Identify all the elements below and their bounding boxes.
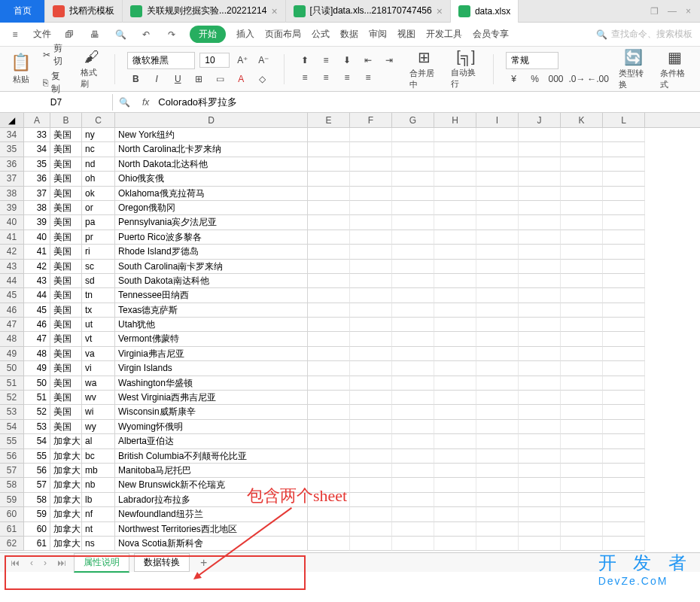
- cell[interactable]: 40: [24, 230, 50, 245]
- row-header[interactable]: 40: [0, 215, 24, 230]
- cell[interactable]: [350, 157, 392, 172]
- cell[interactable]: [434, 420, 476, 434]
- cell[interactable]: [476, 537, 519, 551]
- cell[interactable]: [350, 507, 392, 521]
- cell[interactable]: [603, 449, 645, 464]
- cell[interactable]: 61: [24, 537, 50, 551]
- cell[interactable]: 45: [24, 303, 50, 318]
- bold-button[interactable]: B: [127, 71, 144, 87]
- italic-button[interactable]: I: [148, 71, 165, 87]
- row-header[interactable]: 50: [0, 361, 24, 375]
- cell[interactable]: British Columbia不列颠哥伦比亚: [115, 449, 308, 464]
- font-select[interactable]: 微软雅黑: [127, 52, 195, 69]
- cell[interactable]: [392, 201, 434, 215]
- cell[interactable]: 56: [24, 464, 50, 478]
- cell[interactable]: [350, 245, 392, 259]
- cell[interactable]: [392, 507, 434, 521]
- cell[interactable]: [476, 288, 519, 303]
- cell[interactable]: [519, 493, 561, 507]
- cell[interactable]: [603, 142, 645, 157]
- cell[interactable]: [434, 347, 476, 361]
- cell[interactable]: 美国: [50, 157, 82, 172]
- row-header[interactable]: 55: [0, 434, 24, 448]
- fx-icon[interactable]: fx: [136, 97, 155, 108]
- cell[interactable]: [561, 405, 603, 419]
- cell[interactable]: [308, 405, 350, 419]
- cell[interactable]: [519, 303, 561, 318]
- cell[interactable]: [603, 376, 645, 391]
- cell[interactable]: 52: [24, 405, 50, 419]
- row-header[interactable]: 45: [0, 288, 24, 303]
- cell[interactable]: [561, 376, 603, 391]
- sheet-last-icon[interactable]: ⏭: [54, 558, 69, 568]
- cell[interactable]: Nova Scotia新斯科舍: [115, 537, 308, 551]
- cell[interactable]: [350, 347, 392, 361]
- row-header[interactable]: 62: [0, 537, 24, 551]
- percent-icon[interactable]: %: [527, 71, 543, 87]
- cell[interactable]: 美国: [50, 405, 82, 419]
- cell[interactable]: [519, 201, 561, 215]
- cell[interactable]: South Carolina南卡罗来纳: [115, 260, 308, 274]
- cell[interactable]: [434, 201, 476, 215]
- cell[interactable]: [308, 347, 350, 361]
- cell[interactable]: [392, 215, 434, 230]
- cell[interactable]: [392, 260, 434, 274]
- cell[interactable]: [392, 537, 434, 551]
- cell[interactable]: [350, 288, 392, 303]
- cell[interactable]: [392, 464, 434, 478]
- cell[interactable]: 58: [24, 493, 50, 507]
- menu-formula[interactable]: 公式: [312, 28, 330, 41]
- cell[interactable]: [434, 464, 476, 478]
- cell[interactable]: [519, 376, 561, 391]
- cell[interactable]: bc: [82, 449, 115, 464]
- cell[interactable]: [519, 522, 561, 537]
- cell[interactable]: Manitoba马尼托巴: [115, 464, 308, 478]
- row-header[interactable]: 46: [0, 303, 24, 318]
- cell[interactable]: [603, 391, 645, 405]
- row-header[interactable]: 56: [0, 449, 24, 464]
- cell[interactable]: [350, 303, 392, 318]
- cell[interactable]: [308, 332, 350, 346]
- cell[interactable]: [434, 288, 476, 303]
- cell[interactable]: Utah犹他: [115, 318, 308, 332]
- cell[interactable]: [434, 478, 476, 492]
- cell[interactable]: [392, 318, 434, 332]
- cell[interactable]: [519, 245, 561, 259]
- cell[interactable]: [519, 449, 561, 464]
- col-header-L[interactable]: L: [603, 113, 645, 127]
- align-top-icon[interactable]: ⬆: [297, 53, 313, 68]
- cell[interactable]: [519, 420, 561, 434]
- cell[interactable]: 44: [24, 288, 50, 303]
- cell[interactable]: [392, 303, 434, 318]
- cell[interactable]: [561, 347, 603, 361]
- cell[interactable]: Oregon俄勒冈: [115, 201, 308, 215]
- cell[interactable]: [519, 347, 561, 361]
- cell[interactable]: va: [82, 347, 115, 361]
- cell[interactable]: [519, 260, 561, 274]
- print-icon[interactable]: 🖶: [87, 27, 102, 42]
- cell[interactable]: [476, 391, 519, 405]
- cell[interactable]: [476, 172, 519, 186]
- cell[interactable]: [519, 172, 561, 186]
- cell[interactable]: [434, 332, 476, 346]
- col-header-B[interactable]: B: [50, 113, 82, 127]
- align-left-icon[interactable]: ≡: [297, 70, 313, 85]
- merge-cells-button[interactable]: ⊞ 合并居中: [409, 48, 439, 90]
- cell[interactable]: 美国: [50, 128, 82, 142]
- col-header-G[interactable]: G: [392, 113, 434, 127]
- decrease-font-icon[interactable]: A⁻: [255, 53, 272, 68]
- cell[interactable]: [561, 260, 603, 274]
- cell[interactable]: [603, 493, 645, 507]
- fill-color-button[interactable]: ▭: [212, 71, 228, 87]
- cell[interactable]: nd: [82, 157, 115, 172]
- format-painter-button[interactable]: 🖌 格式刷: [81, 48, 102, 90]
- cell[interactable]: [603, 420, 645, 434]
- cell[interactable]: [603, 201, 645, 215]
- cell[interactable]: ut: [82, 318, 115, 332]
- cell[interactable]: [561, 201, 603, 215]
- cell[interactable]: Washington华盛顿: [115, 376, 308, 391]
- cell[interactable]: wy: [82, 420, 115, 434]
- col-header-I[interactable]: I: [476, 113, 519, 127]
- cell[interactable]: [603, 215, 645, 230]
- align-middle-icon[interactable]: ≡: [318, 53, 334, 68]
